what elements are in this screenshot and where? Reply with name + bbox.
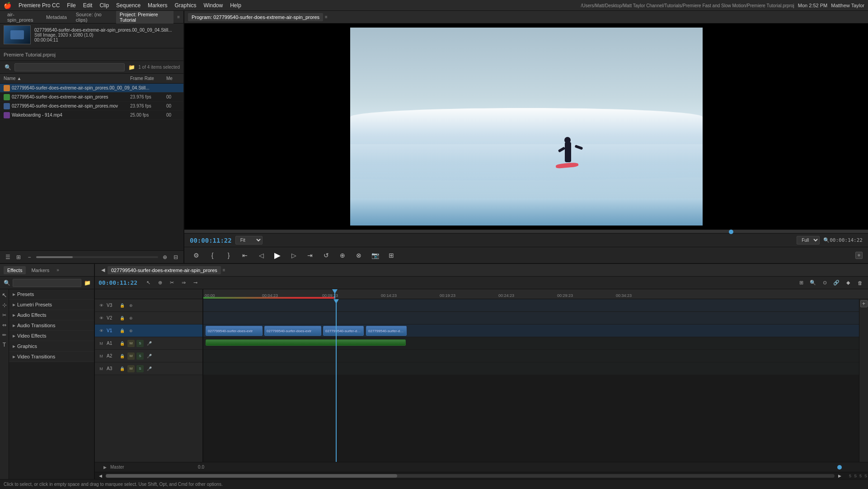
track-v3-eye[interactable]: 👁 [98, 302, 105, 309]
search-input[interactable] [14, 63, 125, 71]
tl-tool-select[interactable]: ↖ [144, 278, 153, 287]
master-expand[interactable]: ▶ [101, 464, 108, 471]
tl-markers[interactable]: ◆ [844, 278, 853, 287]
tool-pen[interactable]: ✏ [0, 331, 9, 339]
multi-cam-button[interactable]: ⊞ [385, 249, 398, 262]
timeline-panel-menu[interactable]: ≡ [223, 268, 225, 273]
track-row-v2[interactable] [203, 312, 859, 324]
ruler-marks[interactable]: 00:00 00:04:23 00:09:23 00:14:23 00:19:2… [203, 289, 868, 299]
track-a2-m-btn[interactable]: M [127, 353, 135, 360]
tl-delete[interactable]: 🗑 [855, 278, 864, 287]
menu-app-name[interactable]: Premiere Pro CC [19, 2, 60, 9]
track-v3-lock[interactable]: 🔒 [118, 302, 126, 309]
track-row-v1[interactable]: 027799540-surfer-does-extr 027799540-sur… [203, 324, 859, 337]
track-row-a1[interactable] [203, 337, 859, 350]
track-a1-mute[interactable]: M [98, 340, 105, 347]
menu-graphics[interactable]: Graphics [174, 2, 196, 9]
mark-out-button[interactable]: } [222, 249, 235, 262]
apple-menu[interactable]: 🍎 [4, 2, 11, 9]
track-row-a3[interactable] [203, 362, 859, 375]
new-bin-effects[interactable]: 📁 [83, 279, 91, 287]
track-a2-s-btn[interactable]: S [136, 353, 144, 360]
clip-a1-0[interactable] [206, 339, 406, 346]
panel-menu-icon[interactable]: ≡ [177, 14, 180, 19]
file-item-1[interactable]: 027799540-surfer-does-extreme-air-spin_p… [0, 93, 183, 102]
tl-tool-razor[interactable]: ✂ [167, 278, 176, 287]
track-a3-mic[interactable]: 🎤 [145, 365, 153, 372]
menu-markers[interactable]: Markers [148, 2, 167, 9]
col-media-header[interactable]: Me [166, 76, 180, 81]
tab-source[interactable]: Source: (no clips) [72, 10, 114, 24]
track-a2-mute[interactable]: M [98, 353, 105, 360]
tab-air-spin[interactable]: air-spin_prores [4, 10, 41, 24]
effects-search-input[interactable] [13, 279, 81, 287]
menu-file[interactable]: File [67, 2, 75, 9]
loop-button[interactable]: ↺ [320, 249, 333, 262]
tab-markers[interactable]: Markers [28, 266, 53, 274]
col-name-header[interactable]: Name ▲ [4, 76, 130, 81]
preview-video-area[interactable] [184, 24, 868, 230]
icon-view-button[interactable]: ⊞ [14, 253, 23, 261]
section-graphics-header[interactable]: ▶ Graphics [9, 341, 94, 351]
track-a3-mute[interactable]: M [98, 365, 105, 372]
track-v1-lock[interactable]: 🔒 [118, 327, 126, 334]
col-framerate-header[interactable]: Frame Rate [130, 76, 166, 81]
section-video-transitions-header[interactable]: ▶ Video Transitions [9, 352, 94, 362]
add-track-right[interactable]: + [855, 252, 863, 259]
tab-effects[interactable]: Effects [4, 266, 26, 274]
play-button[interactable]: ▶ [271, 249, 284, 262]
track-row-a2[interactable] [203, 350, 859, 362]
tool-slip[interactable]: ⇔ [0, 321, 9, 329]
section-presets-header[interactable]: ▶ Presets [9, 289, 94, 299]
tl-tool-link[interactable]: ⊕ [155, 278, 164, 287]
new-item-button[interactable]: ⊕ [161, 253, 169, 261]
track-v1-sync[interactable]: ⊕ [127, 327, 135, 334]
timeline-nav-back[interactable]: ◀ [99, 266, 108, 275]
tab-timeline[interactable]: 027799540-surfer-does-extreme-air-spin_p… [108, 266, 221, 274]
file-item-3[interactable]: Wakeboarding - 914.mp4 25.00 fps 00 [0, 111, 183, 120]
track-v2-sync[interactable]: ⊕ [127, 315, 135, 322]
export-frame-button[interactable]: 📷 [369, 249, 381, 262]
menu-help[interactable]: Help [230, 2, 241, 9]
clip-v1-0[interactable]: 027799540-surfer-does-extr [206, 326, 263, 336]
tool-razor[interactable]: ✂ [0, 311, 9, 319]
menu-sequence[interactable]: Sequence [116, 2, 141, 9]
quality-select[interactable]: Full 1/2 1/4 [797, 236, 820, 244]
menu-clip[interactable]: Clip [99, 2, 109, 9]
clear-button[interactable]: ⊟ [172, 253, 180, 261]
tl-add-button[interactable]: + [860, 300, 868, 307]
settings-button[interactable]: ⚙ [190, 249, 202, 262]
file-item-2[interactable]: 027799540-surfer-does-extreme-air-spin_p… [0, 102, 183, 111]
tl-tool-slip[interactable]: ⊸ [191, 278, 200, 287]
tl-snap[interactable]: ⊙ [820, 278, 829, 287]
track-a1-mic[interactable]: 🎤 [145, 340, 153, 347]
track-v2-eye[interactable]: 👁 [98, 315, 105, 322]
clip-v1-2[interactable]: 027799540-surfer-does-extr [323, 326, 364, 336]
track-v3-sync[interactable]: ⊕ [127, 302, 135, 309]
fit-select[interactable]: Fit 25% 50% 100% [235, 236, 263, 244]
tl-tool-track-select[interactable]: ⇒ [179, 278, 188, 287]
track-a2-mic[interactable]: 🎤 [145, 353, 153, 360]
section-lumetri-header[interactable]: ▶ Lumetri Presets [9, 300, 94, 310]
track-v1-eye[interactable]: 👁 [98, 327, 105, 334]
section-video-effects-header[interactable]: ▶ Video Effects [9, 331, 94, 341]
step-fwd-button[interactable]: ▷ [287, 249, 300, 262]
new-bin-button[interactable]: 📁 [127, 63, 136, 71]
preview-scrub-bar[interactable] [184, 230, 868, 233]
track-row-v3[interactable] [203, 299, 859, 312]
zoom-out-button[interactable]: − [25, 253, 33, 261]
step-back-button[interactable]: ◁ [255, 249, 267, 262]
list-view-button[interactable]: ☰ [4, 253, 12, 261]
tool-text[interactable]: T [0, 341, 9, 349]
clip-v1-3[interactable]: 027799540-surfer-does-surf [366, 326, 407, 336]
mark-in-button[interactable]: { [206, 249, 219, 262]
overwrite-button[interactable]: ⊗ [352, 249, 365, 262]
track-v2-lock[interactable]: 🔒 [118, 315, 126, 322]
go-to-out-button[interactable]: ⇥ [304, 249, 316, 262]
tl-search[interactable]: 🔍 [808, 278, 817, 287]
section-audio-effects-header[interactable]: ▶ Audio Effects [9, 310, 94, 320]
tool-move[interactable]: ⊹ [0, 301, 9, 309]
insert-button[interactable]: ⊕ [336, 249, 349, 262]
effects-search-icon[interactable]: 🔍 [3, 279, 11, 287]
track-a1-lock[interactable]: 🔒 [118, 340, 126, 347]
